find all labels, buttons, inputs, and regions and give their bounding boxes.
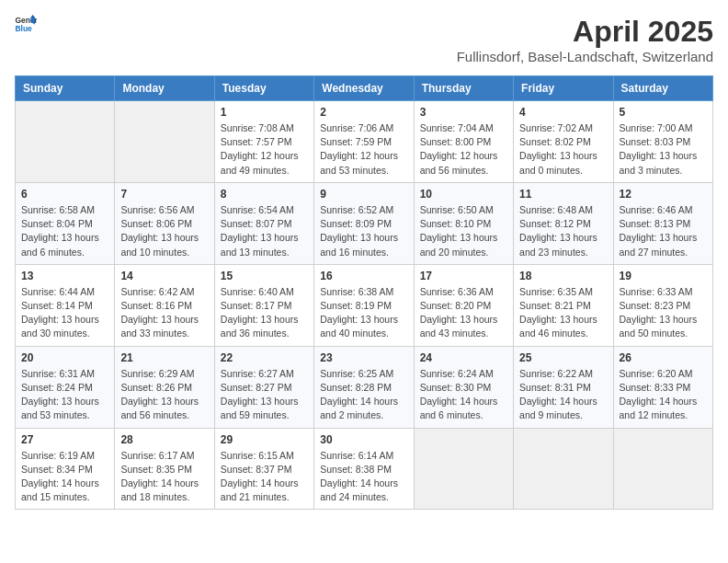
day-number: 12 xyxy=(620,188,707,201)
calendar-cell: 11Sunrise: 6:48 AM Sunset: 8:12 PM Dayli… xyxy=(514,182,613,264)
calendar-cell: 19Sunrise: 6:33 AM Sunset: 8:23 PM Dayli… xyxy=(613,264,712,346)
day-number: 17 xyxy=(420,270,507,282)
day-info: Sunrise: 7:00 AM Sunset: 8:03 PM Dayligh… xyxy=(620,121,707,178)
day-info: Sunrise: 6:40 AM Sunset: 8:17 PM Dayligh… xyxy=(221,285,308,341)
day-of-week-header: Wednesday xyxy=(314,76,414,101)
day-info: Sunrise: 6:35 AM Sunset: 8:21 PM Dayligh… xyxy=(519,285,607,341)
day-number: 3 xyxy=(420,106,507,119)
calendar-cell: 12Sunrise: 6:46 AM Sunset: 8:13 PM Dayli… xyxy=(613,182,712,264)
day-info: Sunrise: 6:33 AM Sunset: 8:23 PM Dayligh… xyxy=(620,285,707,341)
logo: General Blue xyxy=(15,15,37,37)
day-info: Sunrise: 7:04 AM Sunset: 8:00 PM Dayligh… xyxy=(420,121,507,178)
calendar-cell: 26Sunrise: 6:20 AM Sunset: 8:33 PM Dayli… xyxy=(613,346,712,428)
day-info: Sunrise: 6:54 AM Sunset: 8:07 PM Dayligh… xyxy=(221,203,308,259)
calendar-cell xyxy=(115,101,214,183)
day-info: Sunrise: 7:06 AM Sunset: 7:59 PM Dayligh… xyxy=(320,121,407,178)
day-number: 4 xyxy=(519,106,607,119)
calendar-cell: 18Sunrise: 6:35 AM Sunset: 8:21 PM Dayli… xyxy=(514,264,613,346)
day-info: Sunrise: 6:15 AM Sunset: 8:37 PM Dayligh… xyxy=(221,449,308,505)
calendar-cell: 23Sunrise: 6:25 AM Sunset: 8:28 PM Dayli… xyxy=(314,346,414,428)
day-of-week-header: Friday xyxy=(514,76,613,101)
calendar-cell: 20Sunrise: 6:31 AM Sunset: 8:24 PM Dayli… xyxy=(16,346,115,428)
calendar-cell: 30Sunrise: 6:14 AM Sunset: 8:38 PM Dayli… xyxy=(314,428,414,510)
calendar-cell xyxy=(16,101,115,183)
calendar-cell: 2Sunrise: 7:06 AM Sunset: 7:59 PM Daylig… xyxy=(314,101,414,183)
calendar-cell xyxy=(414,428,513,510)
calendar-cell: 6Sunrise: 6:58 AM Sunset: 8:04 PM Daylig… xyxy=(16,182,115,264)
day-info: Sunrise: 6:17 AM Sunset: 8:35 PM Dayligh… xyxy=(120,449,208,505)
day-number: 19 xyxy=(620,270,707,282)
calendar-cell: 25Sunrise: 6:22 AM Sunset: 8:31 PM Dayli… xyxy=(514,346,613,428)
day-info: Sunrise: 6:46 AM Sunset: 8:13 PM Dayligh… xyxy=(620,203,707,259)
subtitle: Fullinsdorf, Basel-Landschaft, Switzerla… xyxy=(457,49,713,64)
day-number: 30 xyxy=(320,433,407,446)
day-of-week-header: Saturday xyxy=(613,76,712,101)
day-info: Sunrise: 6:27 AM Sunset: 8:27 PM Dayligh… xyxy=(221,367,308,423)
header: General Blue April 2025 Fullinsdorf, Bas… xyxy=(15,15,713,64)
day-number: 25 xyxy=(519,351,607,364)
day-of-week-header: Thursday xyxy=(414,76,513,101)
day-number: 10 xyxy=(420,188,507,201)
day-number: 23 xyxy=(320,351,407,364)
calendar-cell: 4Sunrise: 7:02 AM Sunset: 8:02 PM Daylig… xyxy=(514,101,613,183)
calendar-cell xyxy=(613,428,712,510)
calendar-table: SundayMondayTuesdayWednesdayThursdayFrid… xyxy=(15,75,713,510)
day-number: 9 xyxy=(320,188,407,201)
day-info: Sunrise: 6:58 AM Sunset: 8:04 PM Dayligh… xyxy=(21,203,108,259)
calendar-cell: 9Sunrise: 6:52 AM Sunset: 8:09 PM Daylig… xyxy=(314,182,414,264)
calendar-cell: 24Sunrise: 6:24 AM Sunset: 8:30 PM Dayli… xyxy=(414,346,513,428)
svg-text:Blue: Blue xyxy=(15,24,32,33)
day-info: Sunrise: 6:25 AM Sunset: 8:28 PM Dayligh… xyxy=(320,367,407,423)
calendar-cell: 14Sunrise: 6:42 AM Sunset: 8:16 PM Dayli… xyxy=(115,264,214,346)
day-info: Sunrise: 6:20 AM Sunset: 8:33 PM Dayligh… xyxy=(620,367,707,423)
day-number: 15 xyxy=(221,270,308,282)
day-number: 18 xyxy=(519,270,607,282)
day-number: 5 xyxy=(620,106,707,119)
calendar-cell: 3Sunrise: 7:04 AM Sunset: 8:00 PM Daylig… xyxy=(414,101,513,183)
day-info: Sunrise: 6:19 AM Sunset: 8:34 PM Dayligh… xyxy=(21,449,108,505)
calendar-cell: 5Sunrise: 7:00 AM Sunset: 8:03 PM Daylig… xyxy=(613,101,712,183)
calendar-cell: 28Sunrise: 6:17 AM Sunset: 8:35 PM Dayli… xyxy=(115,428,214,510)
calendar-cell: 10Sunrise: 6:50 AM Sunset: 8:10 PM Dayli… xyxy=(414,182,513,264)
day-number: 20 xyxy=(21,351,108,364)
day-number: 28 xyxy=(120,433,208,446)
day-number: 16 xyxy=(320,270,407,282)
day-number: 22 xyxy=(221,351,308,364)
day-info: Sunrise: 6:29 AM Sunset: 8:26 PM Dayligh… xyxy=(120,367,208,423)
day-info: Sunrise: 6:36 AM Sunset: 8:20 PM Dayligh… xyxy=(420,285,507,341)
main-title: April 2025 xyxy=(457,15,713,49)
day-info: Sunrise: 7:08 AM Sunset: 7:57 PM Dayligh… xyxy=(221,121,308,178)
calendar-cell: 13Sunrise: 6:44 AM Sunset: 8:14 PM Dayli… xyxy=(16,264,115,346)
day-info: Sunrise: 6:22 AM Sunset: 8:31 PM Dayligh… xyxy=(519,367,607,423)
calendar-cell: 22Sunrise: 6:27 AM Sunset: 8:27 PM Dayli… xyxy=(214,346,313,428)
day-info: Sunrise: 6:31 AM Sunset: 8:24 PM Dayligh… xyxy=(21,367,108,423)
day-number: 13 xyxy=(21,270,108,282)
calendar-cell: 29Sunrise: 6:15 AM Sunset: 8:37 PM Dayli… xyxy=(214,428,313,510)
day-info: Sunrise: 6:50 AM Sunset: 8:10 PM Dayligh… xyxy=(420,203,507,259)
calendar-cell: 27Sunrise: 6:19 AM Sunset: 8:34 PM Dayli… xyxy=(16,428,115,510)
day-of-week-header: Tuesday xyxy=(214,76,313,101)
day-of-week-header: Sunday xyxy=(16,76,115,101)
calendar-cell: 15Sunrise: 6:40 AM Sunset: 8:17 PM Dayli… xyxy=(214,264,313,346)
day-number: 29 xyxy=(221,433,308,446)
day-number: 6 xyxy=(21,188,108,201)
calendar-cell: 21Sunrise: 6:29 AM Sunset: 8:26 PM Dayli… xyxy=(115,346,214,428)
day-info: Sunrise: 6:42 AM Sunset: 8:16 PM Dayligh… xyxy=(120,285,208,341)
day-number: 21 xyxy=(120,351,208,364)
day-info: Sunrise: 6:24 AM Sunset: 8:30 PM Dayligh… xyxy=(420,367,507,423)
calendar-cell: 1Sunrise: 7:08 AM Sunset: 7:57 PM Daylig… xyxy=(214,101,313,183)
day-number: 24 xyxy=(420,351,507,364)
calendar-cell: 8Sunrise: 6:54 AM Sunset: 8:07 PM Daylig… xyxy=(214,182,313,264)
day-number: 1 xyxy=(221,106,308,119)
day-number: 27 xyxy=(21,433,108,446)
calendar-cell xyxy=(514,428,613,510)
day-number: 14 xyxy=(120,270,208,282)
day-info: Sunrise: 7:02 AM Sunset: 8:02 PM Dayligh… xyxy=(519,121,607,178)
day-of-week-header: Monday xyxy=(115,76,214,101)
day-number: 26 xyxy=(620,351,707,364)
day-info: Sunrise: 6:52 AM Sunset: 8:09 PM Dayligh… xyxy=(320,203,407,259)
title-area: April 2025 Fullinsdorf, Basel-Landschaft… xyxy=(457,15,713,64)
day-info: Sunrise: 6:48 AM Sunset: 8:12 PM Dayligh… xyxy=(519,203,607,259)
calendar-cell: 7Sunrise: 6:56 AM Sunset: 8:06 PM Daylig… xyxy=(115,182,214,264)
day-number: 11 xyxy=(519,188,607,201)
